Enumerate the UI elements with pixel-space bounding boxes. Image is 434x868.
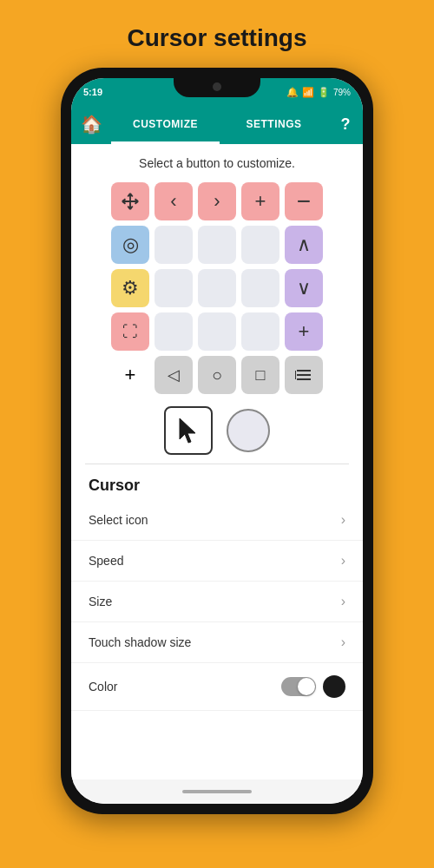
nav-tabs: CUSTOMIZE SETTINGS: [111, 104, 328, 144]
plus-top-button[interactable]: +: [241, 182, 279, 220]
select-area-button[interactable]: ⛶: [111, 312, 149, 351]
toggle-knob: [298, 678, 315, 695]
bottom-nav: [71, 779, 363, 804]
home-button[interactable]: 🏠: [71, 104, 111, 144]
target-button[interactable]: ◎: [111, 226, 149, 264]
back-button[interactable]: ◁: [155, 356, 193, 394]
size-label: Size: [89, 595, 112, 608]
color-item[interactable]: Color: [71, 663, 363, 711]
cursor-icons: [164, 406, 270, 455]
left-button[interactable]: ‹: [155, 182, 193, 220]
status-icons: 🔔 📶 🔋 79%: [286, 87, 351, 98]
phone-frame: 5:19 🔔 📶 🔋 79% 🏠 CUSTOMIZE SETTINGS ? Se…: [61, 68, 373, 814]
square-button[interactable]: □: [241, 356, 279, 394]
minus-button[interactable]: −: [285, 182, 323, 220]
select-icon-label: Select icon: [89, 513, 148, 527]
button-grid: ‹ › + − ◎ ∧ ⚙ ∨ ⛶: [111, 182, 323, 351]
chevron-icon: ›: [341, 512, 345, 528]
empty-2: [198, 226, 236, 264]
circle-button[interactable]: ○: [198, 356, 236, 394]
settings-button[interactable]: ⚙: [111, 269, 149, 307]
chevron-icon: ›: [341, 635, 345, 650]
bottom-row: + ◁ ○ □: [111, 356, 323, 394]
battery-percent: 79%: [333, 88, 351, 97]
empty-1: [155, 226, 193, 264]
empty-7: [155, 312, 193, 351]
empty-8: [198, 312, 236, 351]
move-button[interactable]: [111, 182, 149, 220]
speed-label: Speed: [89, 554, 123, 568]
select-icon-right: ›: [341, 512, 345, 528]
phone-screen: 5:19 🔔 📶 🔋 79% 🏠 CUSTOMIZE SETTINGS ? Se…: [71, 78, 363, 804]
settings-section: Cursor Select icon › Speed ›: [71, 464, 363, 718]
camera: [213, 82, 221, 91]
select-icon-item[interactable]: Select icon ›: [71, 500, 363, 541]
color-right: [281, 675, 345, 698]
touch-shadow-size-item[interactable]: Touch shadow size ›: [71, 622, 363, 663]
notch: [174, 78, 260, 97]
empty-5: [198, 269, 236, 307]
tab-settings[interactable]: SETTINGS: [220, 104, 328, 144]
plus-bottom-button[interactable]: +: [111, 356, 149, 394]
section-title: Cursor: [71, 477, 363, 495]
size-item[interactable]: Size ›: [71, 582, 363, 622]
color-toggle[interactable]: [281, 677, 316, 696]
empty-3: [241, 226, 279, 264]
battery-icon: 🔋: [318, 87, 330, 98]
tab-customize[interactable]: CUSTOMIZE: [111, 104, 220, 144]
chevron-up-button[interactable]: ∧: [285, 226, 323, 264]
speed-item[interactable]: Speed ›: [71, 541, 363, 582]
color-circle: [323, 675, 345, 698]
touch-shadow-size-right: ›: [341, 635, 345, 650]
help-button[interactable]: ?: [328, 104, 363, 144]
nav-bar: 🏠 CUSTOMIZE SETTINGS ?: [71, 104, 363, 144]
cursor-arrow-box[interactable]: [164, 406, 213, 455]
empty-4: [155, 269, 193, 307]
speed-right: ›: [341, 553, 345, 569]
chevron-icon: ›: [341, 553, 345, 569]
chevron-down-button[interactable]: ∨: [285, 269, 323, 307]
size-right: ›: [341, 594, 345, 609]
color-label: Color: [89, 680, 117, 694]
wifi-icon: 📶: [302, 87, 314, 98]
status-time: 5:19: [83, 87, 102, 97]
chevron-icon: ›: [341, 594, 345, 609]
plus-mid-button[interactable]: +: [285, 312, 323, 351]
cursor-circle[interactable]: [227, 409, 270, 452]
bottom-bar: [182, 790, 252, 793]
main-content: Select a button to customize. ‹ › + − ◎: [71, 144, 363, 779]
touch-shadow-size-label: Touch shadow size: [89, 635, 191, 649]
right-button[interactable]: ›: [198, 182, 236, 220]
select-hint: Select a button to customize.: [139, 156, 295, 170]
empty-6: [241, 269, 279, 307]
page-title: Cursor settings: [128, 24, 307, 52]
list-button[interactable]: [285, 356, 323, 394]
empty-9: [241, 312, 279, 351]
controller-section: Select a button to customize. ‹ › + − ◎: [71, 144, 363, 464]
alarm-icon: 🔔: [286, 87, 299, 98]
